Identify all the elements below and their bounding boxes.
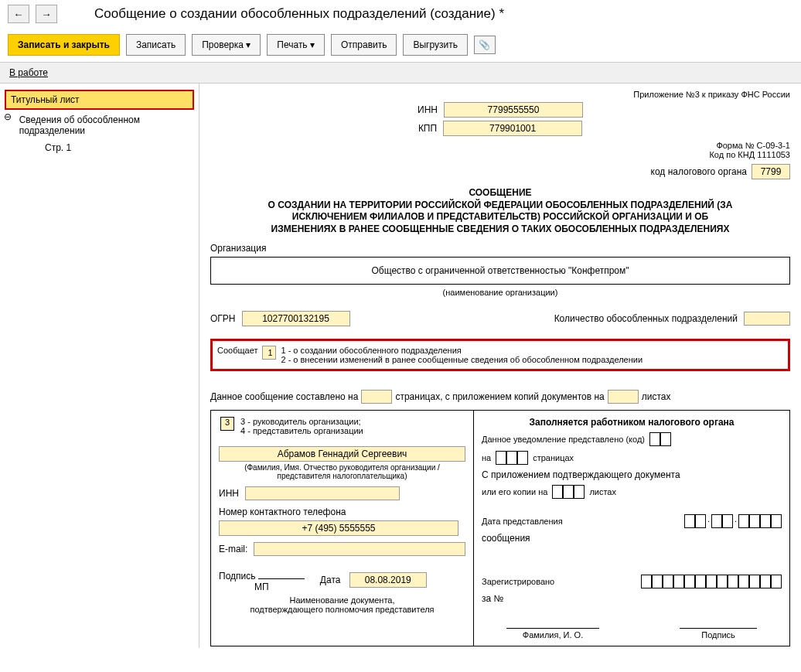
registered-label: Зарегистрировано (482, 577, 554, 586)
knd-code: Код по КНД 1111053 (210, 150, 790, 159)
paperclip-icon: 📎 (479, 39, 490, 50)
attach-button[interactable]: 📎 (474, 36, 496, 54)
kpp-field[interactable]: 779901001 (443, 121, 582, 136)
forward-button[interactable]: → (36, 5, 57, 23)
signer-code-field[interactable]: 3 (220, 417, 234, 431)
export-button[interactable]: Выгрузить (403, 34, 468, 56)
pages-text-1: Данное сообщение составлено на (210, 391, 358, 402)
email-label: E-mail: (219, 544, 247, 554)
org-label: Организация (210, 243, 790, 254)
tax-on-label: на (482, 453, 491, 462)
signer-option-3: 3 - руководитель организации; (240, 417, 363, 426)
ogrn-field[interactable]: 1027700132195 (242, 311, 350, 326)
appendix-note: Приложение №3 к приказу ФНС России (210, 90, 790, 99)
tax-sheets-label: листах (589, 487, 616, 496)
save-close-button[interactable]: Записать и закрыть (8, 34, 120, 56)
date-field[interactable]: 08.08.2019 (349, 572, 427, 588)
save-button[interactable]: Записать (126, 34, 186, 56)
report-section-highlight: Сообщает 1 1 - о создании обособленного … (210, 339, 790, 371)
tax-section-title: Заполняется работником налогового органа (482, 417, 782, 428)
tree-toggle-icon[interactable]: ⊖ (3, 111, 13, 122)
subdiv-count-field[interactable] (744, 312, 790, 326)
submit-msg-label: сообщения (482, 533, 782, 544)
signer-inn-field[interactable] (245, 486, 400, 500)
status-link[interactable]: В работе (9, 67, 48, 78)
phone-label: Номер контактного телефона (219, 507, 465, 517)
report-option-2: 2 - о внесении изменений в ранее сообщен… (281, 355, 643, 364)
subdiv-count-label: Количество обособленных подразделений (554, 313, 738, 324)
report-code-field[interactable]: 1 (262, 346, 276, 360)
report-label: Сообщает (217, 346, 257, 355)
fio-label: Фамилия, И. О. (506, 630, 599, 640)
submit-date-label: Дата представления (482, 517, 563, 526)
report-option-1: 1 - о создании обособленного подразделен… (281, 346, 643, 355)
tax-code-label: код налогового органа (651, 166, 748, 177)
email-field[interactable] (254, 542, 465, 556)
fio-line (506, 616, 599, 629)
rep-doc-1: Наименование документа, (219, 595, 465, 605)
phone-field[interactable]: +7 (495) 5555555 (219, 520, 458, 536)
doc-title-1: СООБЩЕНИЕ (210, 187, 790, 200)
sidebar-item-subdivision[interactable]: Сведения об обособленном подразделении (15, 111, 196, 139)
inn-label: ИНН (418, 104, 438, 115)
sidebar-item-page1[interactable]: Стр. 1 (40, 139, 196, 156)
pages-text-2: страницах, с приложением копий документо… (395, 391, 604, 402)
form-code: Форма № С-09-3-1 (210, 141, 790, 150)
pages-count-field[interactable] (361, 390, 392, 404)
date-label: Дата (320, 575, 341, 585)
back-button[interactable]: ← (8, 5, 29, 23)
check-button[interactable]: Проверка (192, 34, 261, 56)
inn-field[interactable]: 7799555550 (444, 102, 583, 118)
org-name-box[interactable]: Общество с ограниченной ответственностью… (210, 257, 790, 285)
tax-code-field[interactable]: 7799 (752, 164, 790, 179)
signature-line (258, 567, 305, 579)
signature-label: Подпись (219, 571, 256, 582)
signer-inn-label: ИНН (219, 488, 239, 499)
tax-pages-label: страницах (533, 453, 574, 462)
full-name-caption: (Фамилия, Имя. Отчество руководителя орг… (219, 463, 465, 480)
for-no-label: за № (482, 593, 782, 604)
print-button[interactable]: Печать (267, 34, 325, 56)
signer-option-4: 4 - представитель организации (240, 426, 363, 435)
full-name-field[interactable]: Абрамов Геннадий Сергеевич (219, 446, 465, 462)
sig-label-right: Подпись (680, 630, 757, 640)
tax-notice-label: Данное уведомление представлено (код) (482, 435, 645, 444)
org-caption: (наименование организации) (210, 288, 790, 297)
kpp-label: КПП (418, 123, 437, 134)
attach-sheets-field[interactable] (608, 390, 639, 404)
page-title: Сообщение о создании обособленных подраз… (94, 6, 504, 22)
mp-label: МП (254, 582, 269, 592)
ogrn-label: ОГРН (210, 313, 236, 324)
pages-text-3: листах (642, 391, 671, 402)
rep-doc-2: подтверждающего полномочия представителя (219, 605, 465, 614)
doc-title-2: О СОЗДАНИИ НА ТЕРРИТОРИИ РОССИЙСКОЙ ФЕДЕ… (261, 200, 740, 236)
sig-line-right (680, 616, 757, 629)
send-button[interactable]: Отправить (331, 34, 397, 56)
tax-or-copy-label: или его копии на (482, 487, 547, 496)
sidebar-item-title-page[interactable]: Титульный лист (5, 90, 194, 110)
tax-with-app-label: С приложением подтверждающего документа (482, 469, 782, 480)
